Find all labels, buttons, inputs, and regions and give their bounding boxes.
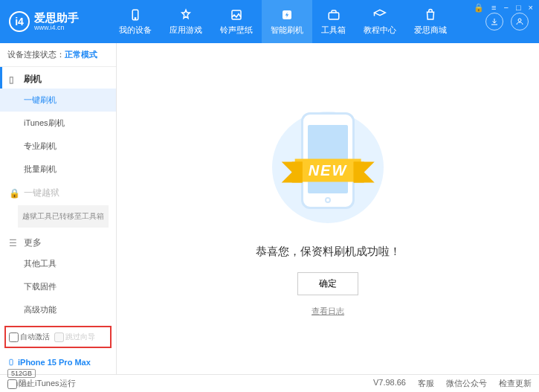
sidebar: 设备连接状态：正常模式 ▯ 刷机 一键刷机 iTunes刷机 专业刷机 批量刷机…: [0, 43, 117, 374]
main-content: NEW 恭喜您，保资料刷机成功啦！ 确定 查看日志: [117, 43, 539, 374]
app-name: 爱思助手: [34, 12, 79, 25]
app-header: i4 爱思助手 www.i4.cn 我的设备 应用游戏 铃声壁纸 智能刷机 工具…: [0, 0, 539, 43]
checkbox-auto-activate[interactable]: 自动激活: [9, 332, 50, 342]
window-controls: 🔒 ≡ − □ ×: [474, 3, 533, 13]
user-button[interactable]: [511, 13, 529, 30]
nav-my-device[interactable]: 我的设备: [110, 0, 161, 43]
sidebar-item-one-click-flash[interactable]: 一键刷机: [0, 89, 116, 112]
main-nav: 我的设备 应用游戏 铃声壁纸 智能刷机 工具箱 教程中心 爱思商城: [110, 0, 485, 43]
device-icon: [128, 7, 143, 22]
phone-icon: ▯: [9, 74, 19, 85]
logo-icon: i4: [9, 11, 30, 32]
footer-link-wechat[interactable]: 微信公众号: [446, 378, 487, 389]
connection-status: 设备连接状态：正常模式: [0, 43, 116, 67]
footer-link-update[interactable]: 检查更新: [499, 378, 532, 389]
svg-rect-4: [329, 13, 339, 19]
close-icon[interactable]: ×: [529, 3, 533, 13]
download-button[interactable]: [485, 13, 503, 30]
footer-link-service[interactable]: 客服: [418, 378, 434, 389]
jailbreak-note: 越狱工具已转移至工具箱: [18, 205, 109, 228]
success-illustration: NEW: [268, 100, 387, 234]
checkbox-block-itunes[interactable]: 阻止iTunes运行: [7, 378, 76, 389]
nav-toolbox[interactable]: 工具箱: [312, 0, 355, 43]
section-jailbreak: 🔒 一键越狱: [0, 181, 116, 202]
logo-area: i4 爱思助手 www.i4.cn: [0, 11, 110, 32]
view-log-link[interactable]: 查看日志: [312, 306, 344, 317]
wallpaper-icon: [229, 7, 244, 22]
checkbox-area: 自动激活 跳过向导: [4, 326, 112, 348]
svg-point-1: [135, 18, 136, 19]
success-message: 恭喜您，保资料刷机成功啦！: [256, 245, 401, 259]
maximize-icon[interactable]: □: [516, 3, 521, 13]
sidebar-item-download-firmware[interactable]: 下载固件: [0, 275, 116, 298]
lock-icon: 🔒: [9, 188, 19, 199]
flash-icon: [280, 7, 294, 22]
mobile-icon: [7, 357, 15, 367]
nav-ringtone-wallpaper[interactable]: 铃声壁纸: [211, 0, 262, 43]
ok-button[interactable]: 确定: [297, 272, 358, 295]
svg-point-5: [518, 19, 521, 22]
nav-apps-games[interactable]: 应用游戏: [161, 0, 211, 43]
tutorial-icon: [372, 7, 387, 22]
header-right: [485, 13, 539, 30]
nav-tutorials[interactable]: 教程中心: [355, 0, 405, 43]
new-ribbon: NEW: [295, 158, 361, 181]
lock-icon[interactable]: 🔒: [474, 3, 484, 13]
toolbox-icon: [326, 7, 341, 22]
app-url: www.i4.cn: [34, 24, 79, 31]
sidebar-item-pro-flash[interactable]: 专业刷机: [0, 135, 116, 158]
minimize-icon[interactable]: −: [503, 3, 508, 13]
device-name[interactable]: iPhone 15 Pro Max: [7, 357, 109, 367]
sidebar-item-advanced[interactable]: 高级功能: [0, 298, 116, 321]
more-icon: ☰: [9, 238, 19, 248]
version-label: V7.98.66: [373, 378, 406, 389]
section-flash[interactable]: ▯ 刷机: [0, 67, 116, 89]
sidebar-item-other-tools[interactable]: 其他工具: [0, 252, 116, 275]
sidebar-item-itunes-flash[interactable]: iTunes刷机: [0, 112, 116, 135]
menu-icon[interactable]: ≡: [491, 3, 496, 13]
apps-icon: [178, 7, 193, 22]
svg-rect-6: [10, 359, 13, 365]
store-icon: [423, 7, 438, 22]
section-more[interactable]: ☰ 更多: [0, 231, 116, 252]
storage-badge: 512GB: [7, 369, 36, 378]
sidebar-item-batch-flash[interactable]: 批量刷机: [0, 158, 116, 181]
nav-store[interactable]: 爱思商城: [405, 0, 456, 43]
checkbox-skip-guide[interactable]: 跳过向导: [54, 332, 95, 342]
nav-smart-flash[interactable]: 智能刷机: [262, 0, 312, 43]
